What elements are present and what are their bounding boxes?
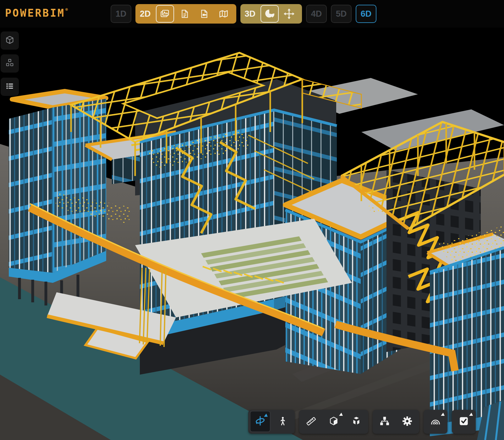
- move-tool[interactable]: [280, 5, 298, 23]
- settings-button[interactable]: [396, 410, 419, 433]
- move-icon: [284, 8, 294, 19]
- dimension-toolbar: 1D 2D: [111, 4, 376, 24]
- sidebar-components-button[interactable]: [1, 54, 19, 73]
- walk-button[interactable]: [271, 410, 294, 433]
- appearance-flyout-indicator[interactable]: [441, 413, 445, 416]
- tab-4d[interactable]: 4D: [306, 5, 327, 23]
- sidebar-model-tree-button[interactable]: [1, 78, 19, 96]
- appearance-button[interactable]: [424, 410, 447, 433]
- video-file-tool[interactable]: [195, 5, 213, 23]
- app-logo: POWERBIM®: [5, 8, 68, 18]
- tab-2d-label: 2D: [140, 9, 151, 19]
- map-tool[interactable]: [214, 5, 233, 23]
- navigate-group: [248, 410, 295, 434]
- images-icon: [160, 8, 170, 19]
- components-icon: [5, 58, 14, 69]
- document-tool[interactable]: [175, 5, 194, 23]
- registered-mark: ®: [65, 7, 68, 12]
- section-box-button[interactable]: [322, 410, 345, 433]
- document-icon: [179, 9, 189, 19]
- tab-5d[interactable]: 5D: [331, 5, 352, 23]
- measure-button[interactable]: [300, 410, 322, 433]
- video-file-icon: [199, 9, 209, 19]
- tab-3d-label: 3D: [245, 9, 256, 19]
- tab-6d[interactable]: 6D: [356, 5, 376, 23]
- rainbow-icon: [430, 416, 441, 428]
- model-tools-group: [373, 410, 419, 434]
- tab-3d-group[interactable]: 3D: [240, 4, 302, 24]
- tasks-button[interactable]: [452, 410, 475, 433]
- tasks-group: [452, 410, 476, 434]
- model-cube-icon: [5, 35, 14, 46]
- section-box-flyout-indicator[interactable]: [339, 413, 343, 416]
- pie-chart-tool[interactable]: [260, 5, 279, 23]
- section-box-icon: [329, 416, 339, 427]
- tab-1d[interactable]: 1D: [111, 5, 131, 23]
- pie-chart-icon: [264, 8, 275, 19]
- ruler-icon: [306, 416, 316, 428]
- walk-icon: [278, 416, 288, 427]
- images-tool[interactable]: [156, 5, 174, 23]
- explode-button[interactable]: [345, 410, 368, 433]
- sidebar-model-button[interactable]: [1, 31, 19, 50]
- orbit-icon: [255, 415, 266, 428]
- appearance-group: [424, 410, 447, 434]
- model-tree-list-icon: [5, 81, 14, 92]
- model-viewport[interactable]: [0, 0, 504, 440]
- powerbim-app: POWERBIM® 1D 2D: [0, 0, 504, 440]
- explode-icon: [351, 416, 361, 427]
- measure-section-group: [299, 410, 368, 434]
- bottom-toolbar: [248, 410, 476, 434]
- bim-scene: [0, 0, 504, 440]
- tab-2d-group[interactable]: 2D: [135, 4, 236, 24]
- map-icon: [218, 8, 229, 19]
- hierarchy-icon: [380, 416, 390, 427]
- tasks-flyout-indicator[interactable]: [469, 413, 473, 416]
- checkbox-icon: [458, 416, 469, 428]
- hierarchy-button[interactable]: [373, 410, 396, 433]
- top-bar: POWERBIM® 1D 2D: [0, 0, 504, 28]
- orbit-button[interactable]: [250, 411, 271, 432]
- settings-gear-icon: [402, 416, 412, 427]
